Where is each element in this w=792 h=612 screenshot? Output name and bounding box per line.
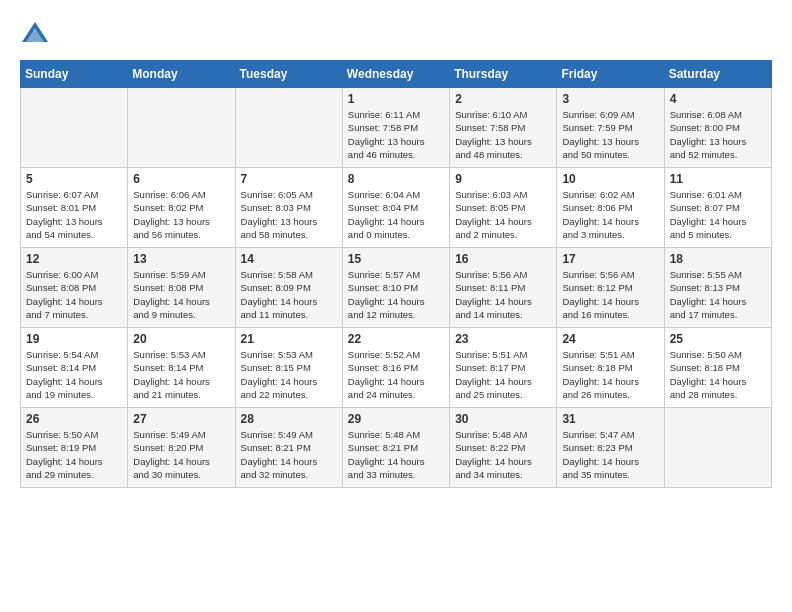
day-info: Sunrise: 6:00 AM Sunset: 8:08 PM Dayligh… <box>26 268 122 321</box>
calendar-cell: 1Sunrise: 6:11 AM Sunset: 7:58 PM Daylig… <box>342 88 449 168</box>
calendar-cell: 10Sunrise: 6:02 AM Sunset: 8:06 PM Dayli… <box>557 168 664 248</box>
calendar-cell: 21Sunrise: 5:53 AM Sunset: 8:15 PM Dayli… <box>235 328 342 408</box>
calendar-cell <box>128 88 235 168</box>
calendar-cell: 16Sunrise: 5:56 AM Sunset: 8:11 PM Dayli… <box>450 248 557 328</box>
weekday-header-thursday: Thursday <box>450 61 557 88</box>
day-info: Sunrise: 6:10 AM Sunset: 7:58 PM Dayligh… <box>455 108 551 161</box>
calendar-cell: 15Sunrise: 5:57 AM Sunset: 8:10 PM Dayli… <box>342 248 449 328</box>
calendar-cell: 23Sunrise: 5:51 AM Sunset: 8:17 PM Dayli… <box>450 328 557 408</box>
day-info: Sunrise: 6:03 AM Sunset: 8:05 PM Dayligh… <box>455 188 551 241</box>
day-number: 19 <box>26 332 122 346</box>
day-info: Sunrise: 5:51 AM Sunset: 8:18 PM Dayligh… <box>562 348 658 401</box>
calendar-cell: 29Sunrise: 5:48 AM Sunset: 8:21 PM Dayli… <box>342 408 449 488</box>
calendar-cell: 26Sunrise: 5:50 AM Sunset: 8:19 PM Dayli… <box>21 408 128 488</box>
calendar-cell: 18Sunrise: 5:55 AM Sunset: 8:13 PM Dayli… <box>664 248 771 328</box>
day-number: 6 <box>133 172 229 186</box>
calendar-cell <box>664 408 771 488</box>
day-info: Sunrise: 6:08 AM Sunset: 8:00 PM Dayligh… <box>670 108 766 161</box>
day-info: Sunrise: 6:05 AM Sunset: 8:03 PM Dayligh… <box>241 188 337 241</box>
day-number: 8 <box>348 172 444 186</box>
day-info: Sunrise: 5:49 AM Sunset: 8:20 PM Dayligh… <box>133 428 229 481</box>
day-number: 7 <box>241 172 337 186</box>
calendar-week-row: 12Sunrise: 6:00 AM Sunset: 8:08 PM Dayli… <box>21 248 772 328</box>
calendar-cell: 31Sunrise: 5:47 AM Sunset: 8:23 PM Dayli… <box>557 408 664 488</box>
day-info: Sunrise: 5:55 AM Sunset: 8:13 PM Dayligh… <box>670 268 766 321</box>
calendar-cell: 4Sunrise: 6:08 AM Sunset: 8:00 PM Daylig… <box>664 88 771 168</box>
day-info: Sunrise: 5:53 AM Sunset: 8:15 PM Dayligh… <box>241 348 337 401</box>
day-number: 31 <box>562 412 658 426</box>
day-info: Sunrise: 5:47 AM Sunset: 8:23 PM Dayligh… <box>562 428 658 481</box>
calendar-cell: 2Sunrise: 6:10 AM Sunset: 7:58 PM Daylig… <box>450 88 557 168</box>
day-number: 11 <box>670 172 766 186</box>
day-number: 24 <box>562 332 658 346</box>
day-number: 16 <box>455 252 551 266</box>
day-number: 3 <box>562 92 658 106</box>
day-info: Sunrise: 6:06 AM Sunset: 8:02 PM Dayligh… <box>133 188 229 241</box>
day-info: Sunrise: 6:02 AM Sunset: 8:06 PM Dayligh… <box>562 188 658 241</box>
calendar-cell <box>21 88 128 168</box>
calendar-week-row: 19Sunrise: 5:54 AM Sunset: 8:14 PM Dayli… <box>21 328 772 408</box>
day-info: Sunrise: 5:51 AM Sunset: 8:17 PM Dayligh… <box>455 348 551 401</box>
calendar-week-row: 1Sunrise: 6:11 AM Sunset: 7:58 PM Daylig… <box>21 88 772 168</box>
day-info: Sunrise: 6:01 AM Sunset: 8:07 PM Dayligh… <box>670 188 766 241</box>
day-number: 14 <box>241 252 337 266</box>
day-number: 23 <box>455 332 551 346</box>
calendar-cell: 5Sunrise: 6:07 AM Sunset: 8:01 PM Daylig… <box>21 168 128 248</box>
calendar-cell: 12Sunrise: 6:00 AM Sunset: 8:08 PM Dayli… <box>21 248 128 328</box>
calendar-cell: 25Sunrise: 5:50 AM Sunset: 8:18 PM Dayli… <box>664 328 771 408</box>
day-number: 28 <box>241 412 337 426</box>
calendar-cell: 9Sunrise: 6:03 AM Sunset: 8:05 PM Daylig… <box>450 168 557 248</box>
day-info: Sunrise: 5:48 AM Sunset: 8:21 PM Dayligh… <box>348 428 444 481</box>
day-number: 18 <box>670 252 766 266</box>
calendar-cell: 3Sunrise: 6:09 AM Sunset: 7:59 PM Daylig… <box>557 88 664 168</box>
day-number: 17 <box>562 252 658 266</box>
calendar-cell: 6Sunrise: 6:06 AM Sunset: 8:02 PM Daylig… <box>128 168 235 248</box>
day-info: Sunrise: 5:56 AM Sunset: 8:11 PM Dayligh… <box>455 268 551 321</box>
weekday-header-friday: Friday <box>557 61 664 88</box>
calendar-cell: 30Sunrise: 5:48 AM Sunset: 8:22 PM Dayli… <box>450 408 557 488</box>
day-number: 29 <box>348 412 444 426</box>
day-number: 15 <box>348 252 444 266</box>
calendar-cell: 27Sunrise: 5:49 AM Sunset: 8:20 PM Dayli… <box>128 408 235 488</box>
day-number: 20 <box>133 332 229 346</box>
day-number: 25 <box>670 332 766 346</box>
calendar-cell: 14Sunrise: 5:58 AM Sunset: 8:09 PM Dayli… <box>235 248 342 328</box>
day-info: Sunrise: 5:50 AM Sunset: 8:19 PM Dayligh… <box>26 428 122 481</box>
day-number: 12 <box>26 252 122 266</box>
weekday-header-row: SundayMondayTuesdayWednesdayThursdayFrid… <box>21 61 772 88</box>
day-info: Sunrise: 5:56 AM Sunset: 8:12 PM Dayligh… <box>562 268 658 321</box>
day-number: 1 <box>348 92 444 106</box>
weekday-header-sunday: Sunday <box>21 61 128 88</box>
calendar-cell: 13Sunrise: 5:59 AM Sunset: 8:08 PM Dayli… <box>128 248 235 328</box>
day-info: Sunrise: 5:59 AM Sunset: 8:08 PM Dayligh… <box>133 268 229 321</box>
day-info: Sunrise: 5:53 AM Sunset: 8:14 PM Dayligh… <box>133 348 229 401</box>
calendar-week-row: 5Sunrise: 6:07 AM Sunset: 8:01 PM Daylig… <box>21 168 772 248</box>
weekday-header-saturday: Saturday <box>664 61 771 88</box>
calendar-cell: 11Sunrise: 6:01 AM Sunset: 8:07 PM Dayli… <box>664 168 771 248</box>
calendar-cell: 7Sunrise: 6:05 AM Sunset: 8:03 PM Daylig… <box>235 168 342 248</box>
day-number: 30 <box>455 412 551 426</box>
day-info: Sunrise: 5:49 AM Sunset: 8:21 PM Dayligh… <box>241 428 337 481</box>
weekday-header-monday: Monday <box>128 61 235 88</box>
day-info: Sunrise: 5:50 AM Sunset: 8:18 PM Dayligh… <box>670 348 766 401</box>
page-header <box>20 20 772 50</box>
day-info: Sunrise: 5:57 AM Sunset: 8:10 PM Dayligh… <box>348 268 444 321</box>
day-info: Sunrise: 5:54 AM Sunset: 8:14 PM Dayligh… <box>26 348 122 401</box>
calendar-cell: 8Sunrise: 6:04 AM Sunset: 8:04 PM Daylig… <box>342 168 449 248</box>
calendar-cell <box>235 88 342 168</box>
calendar-cell: 24Sunrise: 5:51 AM Sunset: 8:18 PM Dayli… <box>557 328 664 408</box>
day-info: Sunrise: 5:58 AM Sunset: 8:09 PM Dayligh… <box>241 268 337 321</box>
day-info: Sunrise: 5:48 AM Sunset: 8:22 PM Dayligh… <box>455 428 551 481</box>
calendar-cell: 19Sunrise: 5:54 AM Sunset: 8:14 PM Dayli… <box>21 328 128 408</box>
day-info: Sunrise: 6:11 AM Sunset: 7:58 PM Dayligh… <box>348 108 444 161</box>
day-number: 22 <box>348 332 444 346</box>
day-number: 27 <box>133 412 229 426</box>
day-number: 2 <box>455 92 551 106</box>
day-number: 9 <box>455 172 551 186</box>
day-info: Sunrise: 5:52 AM Sunset: 8:16 PM Dayligh… <box>348 348 444 401</box>
day-number: 4 <box>670 92 766 106</box>
day-number: 10 <box>562 172 658 186</box>
day-info: Sunrise: 6:07 AM Sunset: 8:01 PM Dayligh… <box>26 188 122 241</box>
logo-icon <box>20 20 50 50</box>
day-number: 26 <box>26 412 122 426</box>
